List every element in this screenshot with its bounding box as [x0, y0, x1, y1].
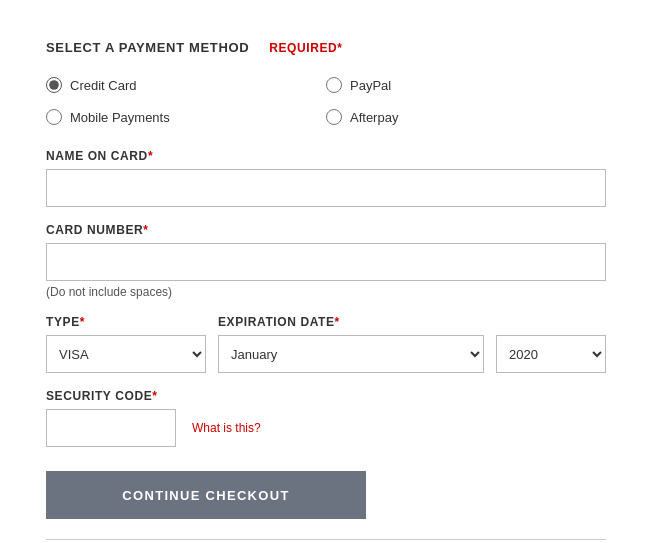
name-on-card-label: NAME ON CARD*: [46, 149, 606, 163]
payment-option-mobile-payments[interactable]: Mobile Payments: [46, 105, 326, 129]
security-code-row: What is this?: [46, 409, 606, 447]
card-number-group: CARD NUMBER* (Do not include spaces): [46, 223, 606, 299]
continue-checkout-button[interactable]: CONTINUE CHECKOUT: [46, 471, 366, 519]
afterpay-label: Afterpay: [350, 110, 398, 125]
paypal-label: PayPal: [350, 78, 391, 93]
expiration-month-group: EXPIRATION DATE* January February March …: [218, 315, 484, 373]
section-header: SELECT A PAYMENT METHOD REQUIRED*: [46, 40, 606, 55]
type-label: TYPE*: [46, 315, 206, 329]
card-number-input[interactable]: [46, 243, 606, 281]
payment-option-paypal[interactable]: PayPal: [326, 73, 606, 97]
mobile-payments-label: Mobile Payments: [70, 110, 170, 125]
required-label: REQUIRED*: [269, 41, 342, 55]
radio-paypal[interactable]: [326, 77, 342, 93]
bottom-divider: [46, 539, 606, 540]
expiration-month-select[interactable]: January February March April May June Ju…: [218, 335, 484, 373]
what-is-this-link[interactable]: What is this?: [192, 421, 261, 435]
payment-option-afterpay[interactable]: Afterpay: [326, 105, 606, 129]
type-expiration-row: TYPE* VISA Mastercard Amex Discover EXPI…: [46, 315, 606, 389]
section-title: SELECT A PAYMENT METHOD: [46, 40, 249, 55]
type-select[interactable]: VISA Mastercard Amex Discover: [46, 335, 206, 373]
security-code-label: SECURITY CODE*: [46, 389, 606, 403]
expiration-year-select[interactable]: 2020 2021 2022 2023 2024 2025 2026 2027 …: [496, 335, 606, 373]
type-group: TYPE* VISA Mastercard Amex Discover: [46, 315, 206, 373]
card-number-label: CARD NUMBER*: [46, 223, 606, 237]
radio-afterpay[interactable]: [326, 109, 342, 125]
name-on-card-input[interactable]: [46, 169, 606, 207]
security-code-input[interactable]: [46, 409, 176, 447]
credit-card-label: Credit Card: [70, 78, 136, 93]
card-number-hint: (Do not include spaces): [46, 285, 606, 299]
name-on-card-group: NAME ON CARD*: [46, 149, 606, 207]
radio-credit-card[interactable]: [46, 77, 62, 93]
radio-mobile-payments[interactable]: [46, 109, 62, 125]
payment-option-credit-card[interactable]: Credit Card: [46, 73, 326, 97]
expiration-year-group: Year 2020 2021 2022 2023 2024 2025 2026 …: [496, 315, 606, 373]
payment-form: SELECT A PAYMENT METHOD REQUIRED* Credit…: [36, 20, 616, 543]
payment-options: Credit Card PayPal Mobile Payments After…: [46, 73, 606, 129]
expiration-date-label: EXPIRATION DATE*: [218, 315, 484, 329]
security-code-group: SECURITY CODE* What is this?: [46, 389, 606, 447]
